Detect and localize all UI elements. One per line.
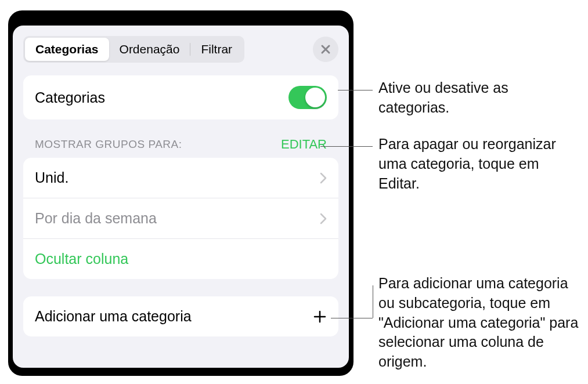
close-button[interactable] [313,37,338,62]
chevron-right-icon [320,172,327,184]
categories-toggle[interactable] [288,86,327,109]
tab-sorting[interactable]: Ordenação [109,38,190,61]
add-category-button[interactable]: Adicionar uma categoria [23,296,338,336]
group-item-unit[interactable]: Unid. [23,158,338,198]
add-category-card: Adicionar uma categoria [23,296,338,336]
categories-toggle-label: Categorias [35,89,105,106]
hide-column-label: Ocultar coluna [35,251,128,267]
add-category-label: Adicionar uma categoria [35,308,192,325]
tab-filter[interactable]: Filtrar [190,38,243,61]
categories-toggle-card: Categorias [23,75,338,119]
callout-line [338,90,373,90]
toggle-knob [305,88,325,107]
callout-add: Para adicionar uma categoria ou subcateg… [378,274,582,372]
categories-toggle-row: Categorias [23,75,338,119]
header-row: Categorias Ordenação Filtrar [23,36,338,63]
tab-categories[interactable]: Categorias [25,38,109,61]
callout-line [320,146,373,147]
plus-icon [313,310,327,324]
close-icon [320,44,331,55]
group-item-label: Por dia da semana [35,210,157,227]
panel-container: Categorias Ordenação Filtrar Categorias [8,10,353,376]
groups-list: Unid. Por dia da semana Ocultar coluna [23,158,338,279]
tab-bar: Categorias Ordenação Filtrar [23,36,244,63]
group-item-label: Unid. [35,169,68,186]
panel-inner: Categorias Ordenação Filtrar Categorias [13,26,349,368]
hide-column-row[interactable]: Ocultar coluna [23,239,338,279]
groups-section-header: MOSTRAR GRUPOS PARA: EDITAR [23,137,338,158]
callout-toggle: Ative ou desative as categorias. [378,78,576,118]
group-item-weekday[interactable]: Por dia da semana [23,198,338,239]
edit-button[interactable]: EDITAR [281,137,327,152]
callout-edit: Para apagar ou reorganizar uma categoria… [378,135,576,193]
callout-line [331,318,373,318]
chevron-right-icon [320,213,327,224]
callout-line [373,285,373,318]
groups-section-title: MOSTRAR GRUPOS PARA: [35,138,182,151]
